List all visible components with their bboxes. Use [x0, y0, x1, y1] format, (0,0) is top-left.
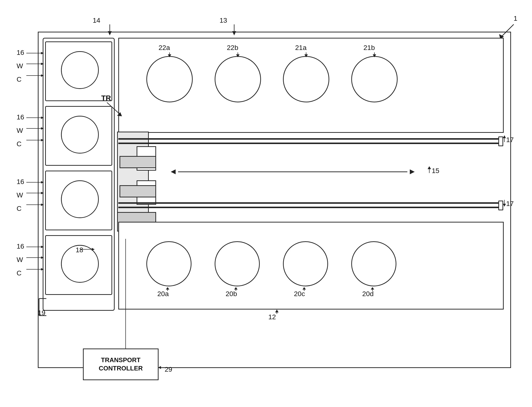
svg-marker-43 — [503, 204, 506, 207]
svg-marker-56 — [302, 287, 306, 290]
label-C-3: C — [17, 205, 21, 213]
cassette-circle-3 — [61, 180, 99, 218]
svg-marker-15 — [41, 127, 44, 130]
svg-line-38 — [107, 102, 120, 115]
svg-marker-13 — [41, 116, 44, 119]
label-15: 15 — [432, 167, 439, 175]
arrow-22a — [166, 52, 173, 57]
arrow-20d — [369, 287, 376, 291]
arrow-17-top — [502, 135, 507, 143]
arrows-slot-4 — [26, 242, 46, 274]
transport-controller-box: TRANSPORTCONTROLLER — [83, 349, 159, 380]
label-1: 1 — [513, 15, 517, 22]
circle-20a — [146, 241, 191, 286]
svg-marker-17 — [41, 139, 44, 141]
svg-marker-54 — [234, 287, 238, 290]
circle-22b — [215, 56, 261, 102]
svg-marker-52 — [166, 287, 169, 290]
svg-marker-35 — [304, 54, 308, 57]
arrow-18 — [80, 246, 95, 253]
svg-marker-27 — [41, 256, 44, 259]
label-29: 29 — [165, 366, 172, 373]
label-TR: TR — [101, 94, 111, 102]
label-17-top: 17 — [506, 136, 514, 144]
svg-marker-48 — [428, 166, 431, 169]
svg-marker-19 — [41, 181, 44, 184]
label-W-2: W — [17, 127, 23, 135]
rail-bottom-2 — [118, 207, 501, 208]
arrow-21a — [302, 52, 310, 57]
svg-marker-60 — [92, 248, 95, 251]
label-17-bottom: 17 — [506, 200, 514, 208]
svg-marker-29 — [41, 268, 44, 271]
cassette-circle-1 — [61, 51, 99, 89]
line-to-controller — [120, 239, 132, 351]
circle-21a — [283, 56, 329, 102]
svg-marker-3 — [108, 31, 112, 35]
bidirectional-arrow — [171, 166, 415, 178]
circle-21b — [351, 56, 398, 102]
svg-marker-50 — [275, 310, 279, 312]
robot-gripper-bottom — [120, 185, 156, 197]
label-C-1: C — [17, 76, 21, 83]
label-19: 19 — [38, 309, 45, 317]
arrow-14 — [102, 24, 117, 37]
label-W-1: W — [17, 62, 23, 70]
svg-marker-11 — [41, 74, 44, 77]
arrow-29 — [158, 365, 165, 370]
arrow-13 — [227, 24, 241, 37]
label-21a: 21a — [295, 44, 307, 52]
rail-top — [118, 138, 501, 140]
robot-gripper-top — [120, 156, 156, 168]
label-16-3: 16 — [17, 178, 24, 186]
label-16-2: 16 — [17, 113, 24, 121]
circle-20d — [351, 241, 396, 286]
label-C-4: C — [17, 269, 21, 277]
label-W-3: W — [17, 191, 23, 199]
arrow-22b — [234, 52, 241, 57]
label-C-2: C — [17, 140, 21, 148]
svg-marker-21 — [41, 192, 44, 194]
label-16-4: 16 — [17, 242, 24, 250]
arrow-20c — [301, 287, 308, 291]
label-21b: 21b — [363, 44, 375, 52]
arrows-slot-1 — [26, 49, 46, 80]
transport-controller-label: TRANSPORTCONTROLLER — [99, 356, 143, 373]
rail-bottom — [118, 202, 501, 204]
svg-marker-31 — [168, 54, 171, 57]
label-W-4: W — [17, 256, 23, 264]
svg-marker-41 — [503, 135, 506, 138]
arrow-20a — [164, 287, 171, 291]
svg-marker-5 — [232, 31, 236, 35]
circle-22a — [146, 56, 193, 102]
svg-line-0 — [502, 24, 514, 37]
arrows-slot-3 — [26, 178, 46, 210]
svg-marker-7 — [41, 52, 44, 54]
arrow-17-bottom — [502, 200, 507, 207]
cassette-circle-2 — [61, 116, 99, 154]
circle-20b — [215, 241, 260, 286]
svg-marker-37 — [373, 54, 376, 57]
svg-marker-9 — [41, 63, 44, 65]
label-16-1: 16 — [17, 49, 24, 57]
svg-marker-25 — [41, 246, 44, 248]
svg-marker-65 — [158, 366, 161, 369]
circle-20c — [283, 241, 328, 286]
label-14: 14 — [93, 17, 100, 24]
arrow-15 — [426, 166, 432, 174]
svg-marker-45 — [171, 169, 176, 174]
svg-marker-23 — [41, 204, 44, 206]
arrows-slot-2 — [26, 113, 46, 145]
label-13: 13 — [220, 17, 227, 24]
label-22a: 22a — [159, 44, 170, 52]
arrow-21b — [371, 52, 378, 57]
rail-top-2 — [118, 143, 501, 144]
arrow-TR — [107, 102, 124, 117]
arrow-12 — [273, 310, 281, 314]
arrow-20b — [232, 287, 240, 291]
svg-marker-33 — [236, 54, 240, 57]
label-22b: 22b — [227, 44, 238, 52]
svg-marker-46 — [410, 169, 415, 174]
robot-body — [117, 132, 149, 224]
svg-marker-58 — [371, 287, 374, 290]
